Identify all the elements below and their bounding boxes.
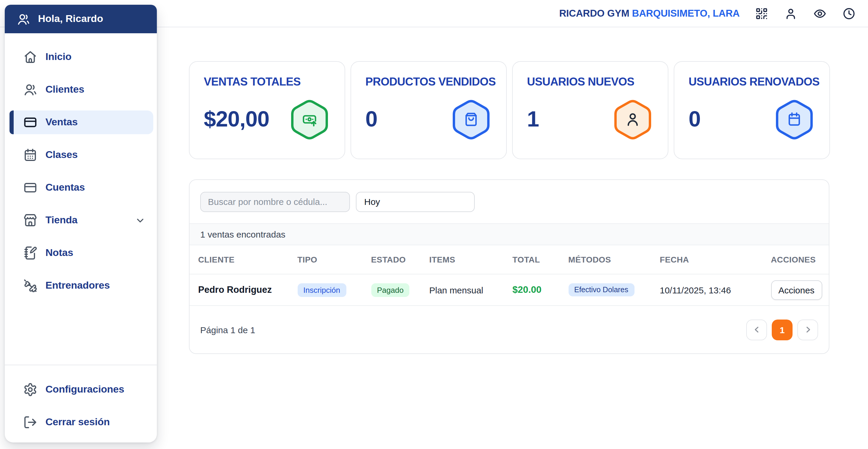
clock-icon[interactable]: [842, 7, 856, 20]
users-icon: [23, 83, 37, 97]
table-row: Pedro Rodriguez Inscripción Pagado Plan …: [189, 275, 829, 306]
cell-items: Plan mensual: [429, 285, 513, 295]
eye-icon[interactable]: [813, 7, 827, 20]
sidebar-item-entrenadores[interactable]: Entrenadores: [9, 274, 153, 297]
gym-location: BARQUISIMETO, LARA: [629, 8, 740, 19]
pagination-controls: 1: [746, 319, 818, 340]
stat-card-usuarios-nuevos: USUARIOS NUEVOS 1: [512, 61, 669, 159]
sidebar-item-label: Inicio: [45, 51, 71, 63]
sales-filters: Hoy: [189, 180, 829, 223]
stat-value: 0: [689, 107, 701, 132]
sidebar-item-label: Cuentas: [45, 182, 85, 194]
chevron-right-icon: [803, 325, 812, 334]
sidebar-greeting: Hola, Ricardo: [5, 5, 157, 33]
chevron-left-icon: [752, 325, 762, 334]
store-icon: [23, 213, 37, 227]
calendar-days-icon: [23, 148, 37, 162]
sidebar-item-label: Clases: [45, 149, 78, 161]
sidebar-item-cuentas[interactable]: Cuentas: [9, 176, 153, 199]
pagination-label: Página 1 de 1: [200, 325, 255, 335]
estado-badge: Pagado: [371, 283, 410, 297]
tipo-badge: Inscripción: [297, 283, 346, 297]
sidebar-item-inicio[interactable]: Inicio: [9, 45, 153, 69]
sidebar-item-clientes[interactable]: Clientes: [9, 78, 153, 102]
cell-total: $20.00: [513, 285, 568, 295]
sidebar-item-notas[interactable]: Notas: [9, 241, 153, 265]
stat-title: VENTAS TOTALES: [204, 75, 330, 89]
dumbbell-icon: [23, 279, 37, 293]
date-filter-value: Hoy: [364, 197, 380, 207]
sidebar-item-clases[interactable]: Clases: [9, 143, 153, 167]
stat-value: 0: [365, 107, 377, 132]
gear-icon: [23, 383, 37, 397]
sidebar-item-label: Entrenadores: [45, 280, 110, 292]
stat-value: 1: [527, 107, 539, 132]
stat-card-usuarios-renovados: USUARIOS RENOVADOS 0: [674, 61, 830, 159]
sidebar-item-configuraciones[interactable]: Configuraciones: [9, 378, 153, 402]
credit-card-icon: [23, 115, 37, 129]
stat-title: USUARIOS NUEVOS: [527, 75, 653, 89]
metodo-badge: Efectivo Dolares: [568, 283, 634, 296]
sidebar: Hola, Ricardo Inicio Clientes: [5, 5, 157, 443]
sidebar-nav: Inicio Clientes Ventas: [5, 33, 157, 307]
table-header-row: CLIENTE TIPO ESTADO ITEMS TOTAL MÉTODOS …: [189, 245, 829, 275]
date-filter-select[interactable]: Hoy: [356, 192, 475, 212]
sidebar-item-label: Ventas: [45, 117, 78, 128]
acciones-button[interactable]: Acciones: [771, 280, 822, 300]
column-header-cliente: CLIENTE: [198, 255, 297, 264]
sidebar-item-ventas[interactable]: Ventas: [9, 110, 153, 134]
sidebar-item-label: Cerrar sesión: [45, 416, 110, 428]
column-header-estado: ESTADO: [371, 255, 429, 264]
sidebar-item-label: Clientes: [45, 84, 84, 96]
column-header-fecha: FECHA: [660, 255, 771, 264]
users-icon: [17, 12, 30, 26]
stat-card-productos-vendidos: PRODUCTOS VENDIDOS 0: [350, 61, 507, 159]
banknote-arrow-up-icon: [289, 98, 330, 141]
top-bar-icons: [755, 7, 856, 20]
app-root: RICARDO GYM BARQUISIMETO, LARA: [0, 0, 868, 449]
gym-name: RICARDO GYM: [559, 8, 629, 19]
stat-title: USUARIOS RENOVADOS: [689, 75, 815, 89]
greeting-label: Hola, Ricardo: [38, 13, 103, 25]
gym-title: RICARDO GYM BARQUISIMETO, LARA: [559, 8, 740, 19]
sales-panel: Hoy 1 ventas encontradas CLIENTE TIPO ES…: [189, 179, 829, 354]
chevron-down-icon: [135, 215, 146, 226]
column-header-metodos: MÉTODOS: [568, 255, 660, 264]
sidebar-item-label: Tienda: [45, 215, 78, 226]
current-page-button[interactable]: 1: [772, 319, 793, 340]
cell-fecha: 10/11/2025, 13:46: [660, 285, 771, 295]
shopping-bag-icon: [450, 98, 492, 141]
home-icon: [23, 50, 37, 64]
stat-title: PRODUCTOS VENDIDOS: [365, 75, 492, 89]
stats-cards: VENTAS TOTALES $20,00 PRODUCTOS VENDIDOS…: [189, 61, 830, 159]
stat-value: $20,00: [204, 107, 269, 132]
sidebar-item-label: Notas: [45, 247, 73, 259]
user-icon: [612, 98, 653, 141]
sidebar-item-tienda[interactable]: Tienda: [9, 209, 153, 232]
pagination-bar: Página 1 de 1 1: [189, 306, 829, 353]
qr-code-icon[interactable]: [755, 7, 768, 20]
stat-card-ventas-totales: VENTAS TOTALES $20,00: [189, 61, 345, 159]
column-header-items: ITEMS: [429, 255, 513, 264]
calendar-icon: [774, 98, 815, 141]
column-header-acciones: ACCIONES: [771, 255, 822, 264]
previous-page-button[interactable]: [746, 319, 767, 340]
sidebar-item-cerrar-sesion[interactable]: Cerrar sesión: [9, 410, 153, 434]
next-page-button[interactable]: [797, 319, 818, 340]
results-count: 1 ventas encontradas: [200, 229, 285, 239]
sidebar-item-label: Configuraciones: [45, 384, 124, 395]
sidebar-footer: Configuraciones Cerrar sesión: [5, 365, 157, 443]
column-header-total: TOTAL: [513, 255, 568, 264]
cell-cliente: Pedro Rodriguez: [198, 285, 297, 295]
log-out-icon: [23, 415, 37, 429]
results-count-bar: 1 ventas encontradas: [189, 223, 829, 245]
column-header-tipo: TIPO: [297, 255, 371, 264]
notebook-pen-icon: [23, 246, 37, 260]
credit-card-icon: [23, 181, 37, 195]
search-input[interactable]: [200, 192, 350, 212]
user-icon[interactable]: [784, 7, 797, 20]
